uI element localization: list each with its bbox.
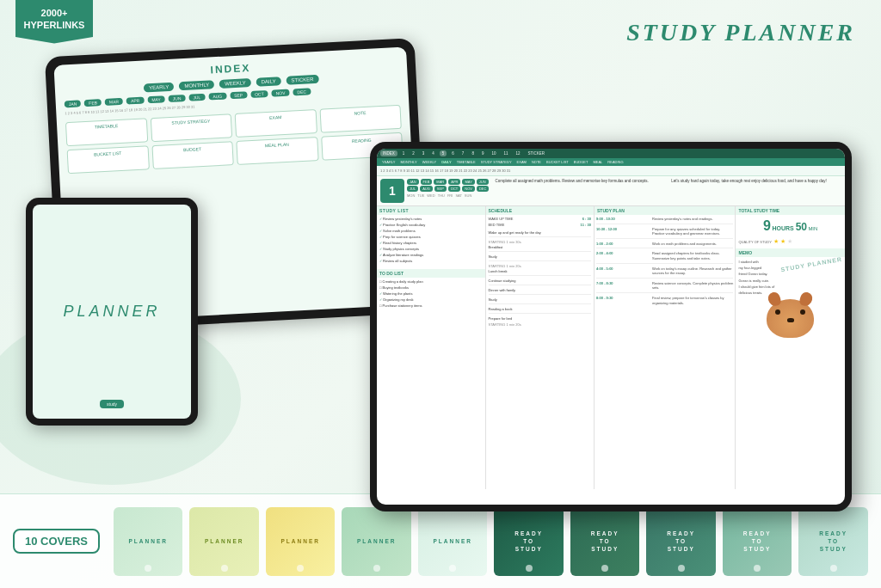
- nav-1[interactable]: 1: [400, 150, 408, 156]
- grid-timetable[interactable]: TIMETABLE: [65, 118, 148, 146]
- cover-5-label: PLANNER: [434, 537, 472, 545]
- plan-time-6: 7:00 - 8:30: [596, 281, 650, 291]
- nav2-study-strategy[interactable]: STUDY STRATEGY: [479, 159, 514, 165]
- plan-time-3: 1:00 - 2:00: [596, 242, 650, 247]
- cover-7[interactable]: READYTOSTUDY: [570, 507, 640, 576]
- nav-8[interactable]: 8: [469, 150, 477, 156]
- cover-1-dot: [145, 565, 151, 572]
- month-aug[interactable]: AUG: [208, 92, 226, 100]
- month-apr[interactable]: APR: [126, 97, 145, 105]
- month-nov-btn[interactable]: NOV: [462, 186, 475, 192]
- cover-2[interactable]: PLANNER: [189, 507, 259, 576]
- nav2-weekly[interactable]: WEEKLY: [421, 159, 438, 165]
- nav-yearly[interactable]: YEARLY: [144, 83, 175, 93]
- study-item-5: ✓ Read history chapters: [379, 241, 483, 245]
- grid-bucket-list[interactable]: BUCKET LIST: [67, 145, 150, 174]
- index-grid: TIMETABLE STUDY STRATEGY EXAM NOTE BUCKE…: [65, 105, 404, 174]
- grid-study-strategy[interactable]: STUDY STRATEGY: [150, 113, 232, 142]
- grid-exam[interactable]: EXAM: [235, 109, 317, 138]
- nav-index[interactable]: INDEX: [380, 150, 397, 156]
- nav-monthly[interactable]: MONTHLY: [179, 80, 214, 90]
- nav-7[interactable]: 7: [459, 150, 467, 156]
- month-dec-btn[interactable]: DEC: [477, 186, 489, 192]
- nav2-exam[interactable]: EXAM: [515, 159, 528, 165]
- cover-10[interactable]: READYTOSTUDY: [798, 507, 868, 576]
- nav-6[interactable]: 6: [449, 150, 457, 156]
- nav-sticker[interactable]: STICKER: [286, 75, 318, 85]
- nav2-yearly[interactable]: YEARLY: [380, 159, 397, 165]
- cover-6[interactable]: READYTOSTUDY: [494, 507, 564, 576]
- nav-5[interactable]: 5: [440, 150, 447, 156]
- nav-weekly[interactable]: WEEKLY: [219, 78, 251, 89]
- cover-5[interactable]: PLANNER: [418, 507, 488, 576]
- nav-4[interactable]: 4: [429, 150, 437, 156]
- cover-5-dot: [449, 565, 456, 572]
- month-jan-btn[interactable]: JAN: [407, 179, 419, 185]
- cover-6-label: READYTOSTUDY: [514, 530, 543, 553]
- sched-item-4: Lunch break: [489, 269, 592, 276]
- cover-8[interactable]: READYTOSTUDY: [646, 507, 716, 576]
- month-jun-btn[interactable]: JUN: [477, 179, 489, 185]
- cover-2-label: PLANNER: [205, 537, 243, 545]
- month-jan[interactable]: JAN: [65, 100, 82, 107]
- month-may-btn[interactable]: MAY: [462, 179, 474, 185]
- plan-desc-4: Read assigned chapters for textbooks cla…: [652, 251, 733, 260]
- todo-items: □ Creating a daily study plan □ Buying t…: [377, 278, 485, 311]
- nav2-note[interactable]: NOTE: [530, 159, 543, 165]
- month-feb-btn[interactable]: FEB: [421, 179, 433, 185]
- month-mar-btn[interactable]: MAR: [434, 179, 447, 185]
- month-may[interactable]: MAY: [147, 95, 165, 103]
- study-item-8: ✓ Review all subjects: [379, 259, 483, 263]
- todo-4: ✓ Organizing my desk: [379, 297, 483, 302]
- nav2-timetable[interactable]: TIMETABLE: [455, 159, 477, 165]
- month-oct[interactable]: OCT: [250, 90, 268, 98]
- month-sep[interactable]: SEP: [230, 91, 247, 99]
- grid-meal-plan[interactable]: MEAL PLAN: [236, 137, 318, 165]
- nav-2[interactable]: 2: [410, 150, 417, 156]
- grid-note[interactable]: NOTE: [319, 105, 402, 133]
- nav2-bucket[interactable]: BUCKET LIST: [545, 159, 570, 165]
- dog-eye-right: [800, 309, 805, 315]
- month-jun[interactable]: JUN: [169, 95, 186, 102]
- nav-10[interactable]: 10: [489, 150, 498, 156]
- month-feb[interactable]: FEB: [84, 99, 102, 107]
- nav-9[interactable]: 9: [479, 150, 487, 156]
- dog-eye-left: [775, 309, 780, 315]
- month-oct-btn[interactable]: OCT: [448, 186, 460, 192]
- nav2-monthly[interactable]: MONTHLY: [399, 159, 419, 165]
- planner-label: PLANNER: [63, 303, 160, 321]
- nav-3[interactable]: 3: [420, 150, 428, 156]
- month-dec[interactable]: DEC: [293, 88, 311, 95]
- month-jul-btn[interactable]: JUL: [407, 186, 418, 192]
- nav-11[interactable]: 11: [501, 150, 510, 156]
- month-nov[interactable]: NOV: [271, 89, 289, 97]
- nav2-budget[interactable]: BUDGET: [572, 159, 590, 165]
- cover-3[interactable]: PLANNER: [266, 507, 336, 576]
- plan-row-5: 4:00 - 5:00 Work on today's essay outlin…: [596, 266, 733, 279]
- month-sep-btn[interactable]: SEP: [434, 186, 447, 192]
- nav2-daily[interactable]: DAILY: [440, 159, 453, 165]
- star-3: ★: [787, 238, 792, 245]
- cover-9[interactable]: READYTOSTUDY: [723, 507, 792, 576]
- todo-5: □ Purchase stationery items: [379, 303, 483, 308]
- nav2-reading[interactable]: READING: [606, 159, 625, 165]
- cover-1[interactable]: PLANNER: [114, 507, 183, 576]
- month-apr-btn[interactable]: APR: [448, 179, 460, 185]
- nav2-meal[interactable]: MEAL: [591, 159, 604, 165]
- hours-label: HOURS: [772, 225, 795, 231]
- cover-7-dot: [601, 565, 608, 572]
- nav-12[interactable]: 12: [513, 150, 522, 156]
- nav-sticker[interactable]: STICKER: [525, 150, 547, 156]
- todo-1: □ Creating a daily study plan: [379, 279, 483, 284]
- month-aug-btn[interactable]: AUG: [420, 186, 433, 192]
- study-list-items: ✓ Review yesterday's notes ✓ Practice En…: [377, 215, 485, 266]
- banner-line1: 2000+: [21, 7, 88, 19]
- month-mar[interactable]: MAR: [105, 98, 124, 106]
- months-selector: JAN FEB MAR APR MAY JUN JUL AUG SEP OCT …: [407, 179, 489, 198]
- cover-4[interactable]: PLANNER: [342, 507, 411, 576]
- day-tue: TUE: [417, 193, 424, 198]
- nav-daily[interactable]: DAILY: [256, 77, 280, 86]
- month-jul[interactable]: JUL: [188, 94, 205, 101]
- grid-budget[interactable]: BUDGET: [151, 141, 234, 169]
- study-item-2: ✓ Practice English vocabulary: [379, 223, 483, 227]
